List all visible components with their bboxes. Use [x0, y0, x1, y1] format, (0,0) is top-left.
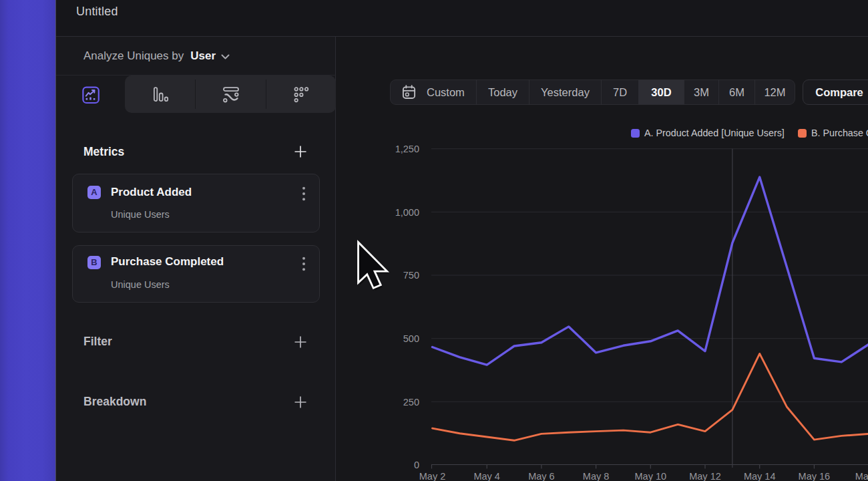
svg-text:May 12: May 12: [689, 471, 721, 481]
svg-text:1,250: 1,250: [395, 144, 419, 154]
svg-text:250: 250: [403, 397, 419, 408]
svg-text:500: 500: [403, 333, 419, 344]
svg-text:May 16: May 16: [799, 471, 831, 481]
svg-text:May 14: May 14: [744, 471, 776, 481]
svg-text:May 18: May 18: [855, 471, 868, 481]
svg-text:May 2: May 2: [419, 471, 446, 481]
svg-text:750: 750: [403, 270, 419, 281]
svg-text:0: 0: [414, 460, 419, 470]
svg-text:1,000: 1,000: [395, 207, 419, 218]
svg-text:May 10: May 10: [635, 471, 667, 481]
svg-text:May 6: May 6: [528, 471, 555, 481]
svg-text:May 4: May 4: [473, 471, 500, 481]
svg-text:May 8: May 8: [583, 471, 610, 481]
